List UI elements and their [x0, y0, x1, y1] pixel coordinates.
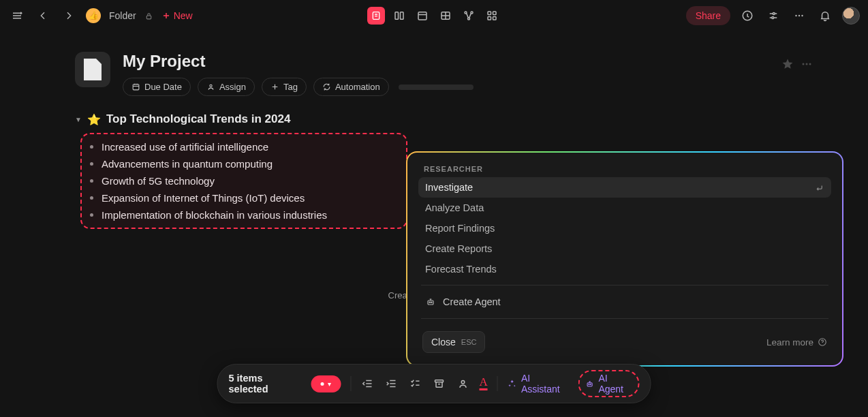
- back-icon[interactable]: [34, 7, 52, 25]
- close-button[interactable]: Close ESC: [422, 331, 485, 353]
- view-table-icon[interactable]: [437, 7, 454, 25]
- bullet-dot-icon: [90, 196, 93, 200]
- svg-rect-10: [493, 12, 497, 15]
- forward-icon[interactable]: [60, 7, 78, 25]
- view-relations-icon[interactable]: [460, 7, 478, 25]
- svg-point-21: [803, 63, 805, 65]
- svg-point-20: [210, 84, 212, 87]
- new-button-label: New: [174, 10, 193, 21]
- notifications-icon[interactable]: [816, 7, 834, 25]
- share-button[interactable]: Share: [686, 6, 730, 25]
- ai-action-label: Forecast Trends: [425, 264, 497, 275]
- svg-point-22: [806, 63, 808, 65]
- ai-action-label: Analyze Data: [425, 202, 484, 213]
- ai-action-label: Report Findings: [425, 223, 495, 234]
- lock-icon: [144, 12, 153, 20]
- doc-type-icon[interactable]: [75, 52, 110, 87]
- svg-point-15: [772, 17, 774, 19]
- svg-point-8: [468, 18, 470, 20]
- assign-chip[interactable]: Assign: [198, 78, 255, 96]
- ai-agent-button[interactable]: AI Agent: [578, 370, 639, 397]
- checklist-icon[interactable]: [408, 376, 422, 391]
- ai-category-label: RESEARCHER: [418, 162, 831, 177]
- assign-label: Assign: [219, 82, 246, 92]
- folder-avatar-icon[interactable]: 👍: [86, 8, 101, 23]
- svg-rect-11: [488, 17, 491, 20]
- learn-more-link[interactable]: Learn more: [766, 337, 827, 348]
- collapse-caret-icon[interactable]: ▼: [75, 116, 82, 123]
- svg-point-25: [429, 302, 430, 303]
- svg-point-23: [809, 63, 811, 65]
- svg-point-14: [773, 13, 775, 15]
- create-agent-button[interactable]: Create Agent: [418, 291, 831, 313]
- ai-action-item[interactable]: Create Reports: [418, 238, 831, 259]
- bullet-text: Expansion of Internet of Things (IoT) de…: [102, 192, 305, 204]
- meta-placeholder: [399, 84, 474, 90]
- bullet-dot-icon: [90, 162, 93, 166]
- view-apps-icon[interactable]: [483, 7, 501, 25]
- svg-point-6: [465, 12, 467, 14]
- svg-rect-28: [435, 380, 443, 382]
- enter-key-icon: [814, 183, 824, 193]
- ai-action-item[interactable]: Forecast Trends: [418, 259, 831, 279]
- svg-rect-2: [395, 12, 399, 20]
- bullet-dot-icon: [90, 145, 93, 149]
- indent-icon[interactable]: [384, 376, 399, 391]
- svg-point-16: [795, 15, 796, 16]
- settings-sliders-icon[interactable]: [764, 7, 782, 25]
- topbar: 👍 Folder New Share: [0, 0, 868, 31]
- outdent-icon[interactable]: [360, 376, 375, 391]
- selection-count: 5 items selected: [229, 373, 302, 395]
- ai-action-item[interactable]: Report Findings: [418, 218, 831, 238]
- bullet-text: Growth of 5G technology: [102, 175, 215, 187]
- ai-separator: [421, 285, 828, 285]
- svg-rect-12: [493, 17, 497, 20]
- assignee-icon[interactable]: [456, 376, 470, 391]
- ai-action-label: Investigate: [425, 182, 473, 193]
- due-date-chip[interactable]: Due Date: [123, 78, 191, 96]
- automation-chip[interactable]: Automation: [313, 78, 389, 96]
- tag-label: Tag: [283, 82, 298, 92]
- turn-into-button[interactable]: ▾: [311, 375, 341, 392]
- bullet-dot-icon: [90, 179, 93, 183]
- svg-rect-3: [401, 12, 404, 20]
- close-label: Close: [431, 337, 456, 348]
- bullet-dot-icon: [90, 213, 93, 217]
- ai-separator: [421, 318, 828, 319]
- ai-action-item[interactable]: Investigate: [418, 177, 831, 198]
- section-heading[interactable]: ▼ ⭐ Top Technological Trends in 2024: [75, 112, 813, 126]
- user-avatar[interactable]: [842, 7, 860, 25]
- star-emoji-icon: ⭐: [87, 113, 101, 126]
- activity-icon[interactable]: [739, 7, 756, 25]
- ai-agent-label: AI Agent: [598, 373, 632, 395]
- archive-icon[interactable]: [432, 376, 446, 391]
- automation-label: Automation: [335, 82, 380, 92]
- doc-more-icon[interactable]: [800, 57, 813, 71]
- text-color-icon[interactable]: A: [479, 377, 487, 390]
- ai-assistant-label: AI Assistant: [521, 373, 568, 395]
- view-calendar-icon[interactable]: [414, 7, 431, 25]
- svg-point-29: [461, 381, 465, 384]
- breadcrumb-folder[interactable]: Folder: [109, 10, 136, 21]
- svg-point-7: [471, 12, 473, 14]
- close-shortcut: ESC: [461, 338, 477, 346]
- new-button[interactable]: New: [161, 10, 193, 21]
- svg-rect-0: [146, 15, 151, 18]
- section-heading-text: Top Technological Trends in 2024: [106, 112, 290, 126]
- ai-agent-popup: RESEARCHER InvestigateAnalyze DataReport…: [406, 151, 843, 367]
- svg-point-31: [589, 384, 589, 384]
- sidebar-toggle-icon[interactable]: [8, 7, 26, 25]
- more-icon[interactable]: [790, 7, 808, 25]
- view-doc-icon[interactable]: [367, 7, 385, 25]
- svg-rect-9: [488, 12, 491, 15]
- favorite-star-icon[interactable]: [781, 57, 794, 71]
- tag-chip[interactable]: Tag: [262, 78, 307, 96]
- bullet-text: Increased use of artificial intelligence: [102, 141, 268, 153]
- ai-action-item[interactable]: Analyze Data: [418, 198, 831, 218]
- svg-point-17: [799, 15, 800, 16]
- svg-rect-24: [428, 300, 433, 305]
- view-split-icon[interactable]: [390, 7, 408, 25]
- create-agent-label: Create Agent: [443, 296, 501, 307]
- doc-title[interactable]: My Project: [123, 52, 474, 71]
- ai-assistant-button[interactable]: AI Assistant: [508, 373, 569, 395]
